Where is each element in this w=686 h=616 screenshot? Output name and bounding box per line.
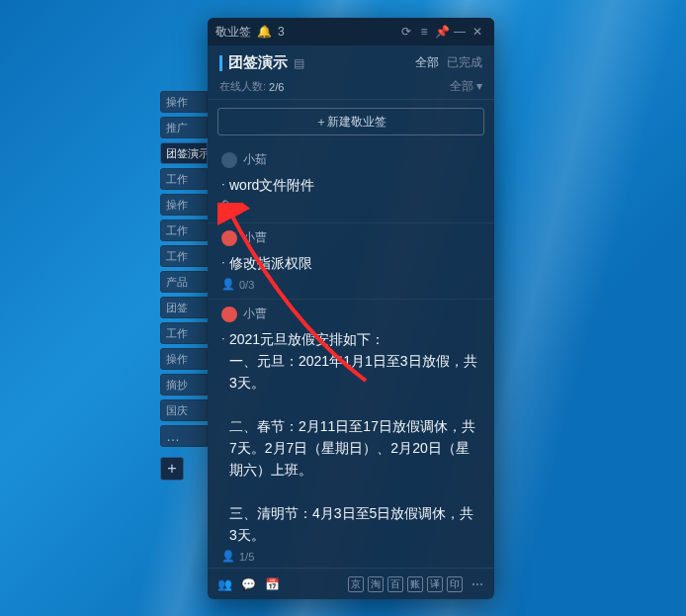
footer-shortcut[interactable]: 百 (387, 576, 403, 592)
side-tab[interactable]: 操作 (160, 91, 208, 113)
notes-list: 小茹·word文件附件📎小曹·修改指派权限👤0/3小曹·2021元旦放假安排如下… (208, 143, 494, 568)
calendar-icon[interactable]: 📅 (263, 577, 281, 591)
tab-done[interactable]: 已完成 (447, 54, 482, 71)
assignee-count: 1/5 (239, 551, 254, 563)
note-text: 修改指派权限 (229, 252, 480, 274)
footer-toolbar: 👥 💬 📅 京淘百账译印 ⋯ (208, 568, 494, 599)
side-tab[interactable]: 工作 (160, 220, 208, 241)
chat-icon[interactable]: 💬 (239, 577, 257, 591)
note-meta: 📎 (221, 200, 480, 215)
members-icon[interactable]: 👥 (215, 577, 233, 591)
note-item[interactable]: 小茹·word文件附件📎 (208, 145, 494, 223)
assignee-count: 0/3 (239, 279, 254, 291)
assignee-icon: 👤 (221, 278, 235, 291)
note-owner-row: 小曹 (221, 229, 480, 246)
note-text: 2021元旦放假安排如下： 一、元旦：2021年1月1日至3日放假，共3天。 二… (229, 328, 480, 546)
sync-icon[interactable]: ⟳ (397, 25, 415, 39)
minimize-button[interactable]: — (451, 25, 469, 39)
pin-icon[interactable]: 📌 (433, 25, 451, 39)
side-tab-strip: 操作推广团签演示工作操作工作工作产品团签工作操作摘抄国庆…+ (160, 91, 208, 481)
side-tab[interactable]: 操作 (160, 194, 208, 216)
filter-dropdown[interactable]: 全部 ▾ (450, 78, 482, 95)
side-tab[interactable]: 工作 (160, 245, 208, 267)
note-owner-row: 小曹 (221, 306, 480, 322)
titlebar: 敬业签 🔔 3 ⟳ ≡ 📌 — ✕ (208, 18, 494, 45)
notification-bell-icon[interactable]: 🔔 (257, 25, 272, 39)
avatar (221, 230, 237, 246)
footer-shortcut[interactable]: 淘 (368, 576, 384, 592)
note-item[interactable]: 小曹·修改指派权限👤0/3 (208, 223, 494, 300)
side-tab[interactable]: 团签 (160, 297, 208, 318)
note-meta: 👤1/5 (221, 550, 480, 563)
side-tab[interactable]: 国庆 (160, 399, 208, 421)
list-icon[interactable]: ▤ (294, 56, 304, 70)
owner-name: 小茹 (243, 151, 267, 168)
bullet-icon: · (221, 174, 229, 196)
more-icon[interactable]: ⋯ (469, 577, 486, 591)
online-count: 2/6 (269, 81, 284, 93)
side-tab[interactable]: 团签演示 (160, 142, 208, 164)
bullet-icon: · (221, 328, 229, 546)
tab-all[interactable]: 全部 (415, 54, 439, 71)
app-name: 敬业签 (215, 24, 251, 41)
menu-icon[interactable]: ≡ (415, 25, 433, 39)
footer-shortcut[interactable]: 译 (427, 576, 443, 592)
assignee-icon: 👤 (221, 550, 235, 563)
note-meta: 👤0/3 (221, 278, 480, 291)
new-note-button[interactable]: ＋新建敬业签 (217, 108, 484, 135)
note-item[interactable]: 小曹·2021元旦放假安排如下： 一、元旦：2021年1月1日至3日放假，共3天… (208, 300, 494, 568)
online-label: 在线人数: (219, 79, 266, 94)
jingyeqian-panel: 敬业签 🔔 3 ⟳ ≡ 📌 — ✕ 团签演示 ▤ 全部 已完成 在线人数: 2/… (208, 18, 494, 599)
accent-bar (219, 55, 222, 71)
side-tab[interactable]: … (160, 425, 208, 447)
side-tab[interactable]: 工作 (160, 168, 208, 190)
avatar (221, 307, 237, 322)
add-tab-button[interactable]: + (160, 457, 184, 481)
side-tab[interactable]: 摘抄 (160, 374, 208, 396)
side-tab[interactable]: 推广 (160, 117, 208, 138)
side-tab[interactable]: 操作 (160, 348, 208, 370)
group-title: 团签演示 (228, 53, 288, 72)
side-tab[interactable]: 产品 (160, 271, 208, 293)
note-text: word文件附件 (229, 174, 480, 196)
footer-shortcut[interactable]: 印 (447, 576, 463, 592)
close-button[interactable]: ✕ (469, 25, 486, 39)
group-header: 团签演示 ▤ 全部 已完成 在线人数: 2/6 全部 ▾ (208, 45, 494, 100)
notification-count[interactable]: 3 (278, 25, 285, 39)
footer-shortcut[interactable]: 京 (348, 576, 364, 592)
bullet-icon: · (221, 252, 229, 274)
footer-shortcut[interactable]: 账 (407, 576, 423, 592)
note-owner-row: 小茹 (221, 151, 480, 168)
attachment-icon[interactable]: 📎 (221, 200, 237, 215)
avatar (221, 152, 237, 168)
owner-name: 小曹 (243, 306, 267, 322)
owner-name: 小曹 (243, 229, 267, 246)
side-tab[interactable]: 工作 (160, 322, 208, 344)
